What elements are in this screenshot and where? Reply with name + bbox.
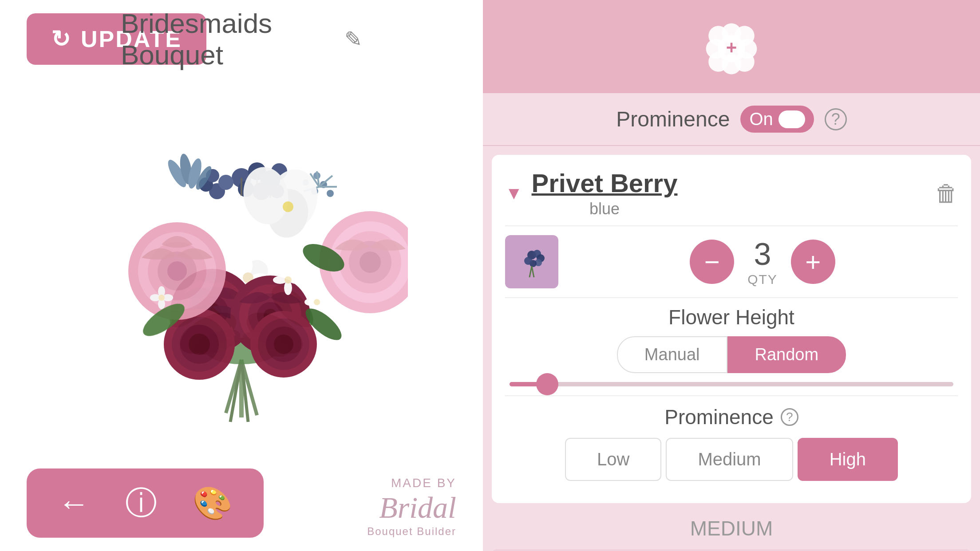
flower-name: Privet Berry <box>532 168 678 198</box>
palette-button[interactable]: 🎨 <box>188 480 237 527</box>
slider-thumb[interactable] <box>536 373 558 395</box>
toggle-on-text: On <box>749 109 773 129</box>
flower-card-header: ▼ Privet Berry blue 🗑 <box>505 168 958 218</box>
prominence-toggle[interactable]: On <box>740 106 814 133</box>
flower-height-section: Flower Height Manual Random <box>505 305 958 386</box>
flower-card-privet-berry: ▼ Privet Berry blue 🗑 <box>492 155 971 503</box>
height-manual-button[interactable]: Manual <box>617 336 727 373</box>
bottom-toolbar: ← ⓘ 🎨 MADE BY Bridal Bouquet Builder <box>0 460 483 551</box>
svg-point-70 <box>274 335 293 354</box>
svg-point-66 <box>189 334 210 355</box>
svg-point-39 <box>283 201 293 212</box>
bouquet-image <box>75 102 408 435</box>
prominence-medium-button[interactable]: Medium <box>666 438 793 481</box>
refresh-icon: ↻ <box>51 26 72 52</box>
info-button[interactable]: ⓘ <box>121 477 162 529</box>
svg-point-85 <box>285 276 292 283</box>
prominence-help-icon[interactable]: ? <box>825 108 847 130</box>
divider-2 <box>505 297 958 298</box>
height-toggle-group: Manual Random <box>505 336 958 373</box>
svg-point-75 <box>167 261 187 281</box>
flower-plus-icon: + <box>700 18 763 80</box>
height-random-button[interactable]: Random <box>727 336 846 373</box>
title-text: Bridesmaids Bouquet <box>121 8 336 71</box>
svg-text:+: + <box>726 37 737 58</box>
chevron-down-icon[interactable]: ▼ <box>505 183 523 203</box>
slider-track <box>510 382 953 386</box>
svg-point-118 <box>524 257 532 265</box>
qty-minus-button[interactable]: − <box>690 240 734 284</box>
prominence-header: Prominence On ? <box>483 93 980 146</box>
qty-number: 3 <box>754 236 771 272</box>
prominence-section-label: Prominence ? <box>505 405 958 429</box>
made-by-text: MADE BY <box>367 476 456 490</box>
brand-sub: Bouquet Builder <box>367 525 456 538</box>
toggle-switch[interactable] <box>778 110 805 128</box>
svg-point-80 <box>360 252 381 273</box>
qty-display: 3 QTY <box>734 236 791 287</box>
branding: MADE BY Bridal Bouquet Builder <box>367 476 456 538</box>
divider <box>505 225 958 226</box>
svg-point-29 <box>327 190 334 197</box>
flower-name-section: ▼ Privet Berry blue <box>505 168 677 218</box>
prominence-high-button[interactable]: High <box>798 438 898 481</box>
prominence-section-help-icon[interactable]: ? <box>781 408 798 426</box>
add-flower-area[interactable]: + <box>483 0 980 93</box>
delete-icon[interactable]: 🗑 <box>935 180 958 207</box>
svg-point-90 <box>314 299 320 305</box>
svg-point-24 <box>218 175 233 190</box>
bouquet-title: Bridesmaids Bouquet ✎ <box>121 8 362 71</box>
header: ↻ UPDATE Bridesmaids Bouquet ✎ <box>0 0 483 78</box>
divider-3 <box>505 395 958 396</box>
back-button[interactable]: ← <box>53 480 94 526</box>
prominence-buttons: Low Medium High <box>505 438 958 481</box>
prominence-section: Prominence ? Low Medium High <box>505 405 958 481</box>
back-icon: ← <box>58 485 90 521</box>
flower-thumbnail <box>505 235 558 288</box>
main-area: ↻ UPDATE Bridesmaids Bouquet ✎ <box>0 0 483 551</box>
svg-point-43 <box>244 258 253 274</box>
height-slider[interactable] <box>510 382 953 386</box>
qty-control: − 3 QTY + <box>567 236 958 287</box>
svg-line-120 <box>532 266 534 277</box>
panel-scroll: ▼ Privet Berry blue 🗑 <box>483 146 980 551</box>
action-bar: ← ⓘ 🎨 <box>27 468 264 538</box>
minus-icon: − <box>704 247 720 277</box>
qty-plus-button[interactable]: + <box>791 240 835 284</box>
flower-color: blue <box>532 200 678 218</box>
next-flower-preview: Blue Mountain <box>492 549 971 551</box>
prominence-low-button[interactable]: Low <box>565 438 661 481</box>
svg-point-95 <box>158 295 165 301</box>
qty-label: QTY <box>747 272 778 287</box>
brand-name: Bridal <box>367 490 456 525</box>
flower-height-label: Flower Height <box>505 305 958 329</box>
edit-icon[interactable]: ✎ <box>344 27 362 51</box>
plus-icon: + <box>805 247 821 277</box>
prominence-label: Prominence <box>616 107 730 131</box>
bouquet-container <box>0 78 483 460</box>
medium-section-label: MEDIUM <box>483 516 980 540</box>
right-panel: + Prominence On ? ▼ Privet Berry blue <box>483 0 980 551</box>
info-icon: ⓘ <box>125 485 157 520</box>
palette-icon: 🎨 <box>193 485 233 521</box>
flower-name-group: Privet Berry blue <box>532 168 678 218</box>
qty-row: − 3 QTY + <box>505 235 958 288</box>
